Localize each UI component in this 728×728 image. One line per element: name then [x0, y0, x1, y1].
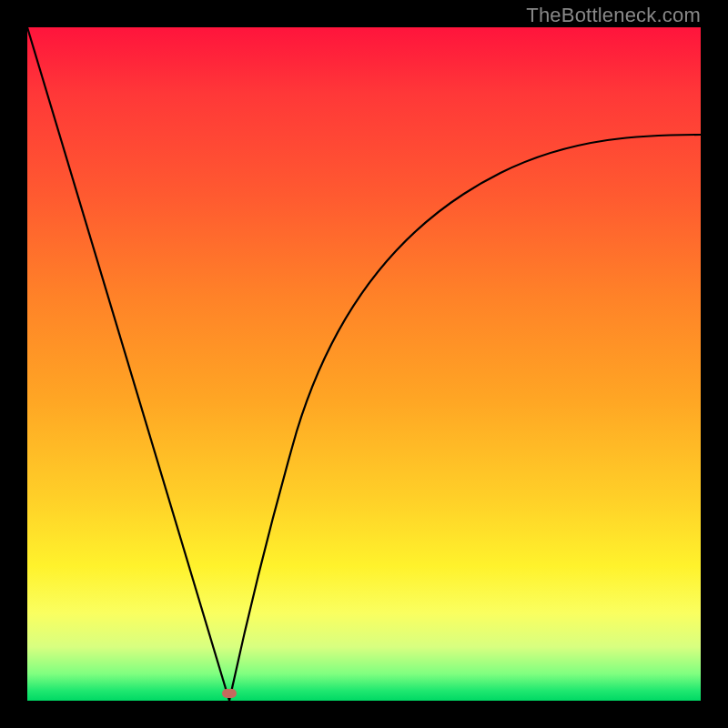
curve-left-branch	[27, 27, 229, 701]
chart-frame: TheBottleneck.com	[0, 0, 728, 728]
plot-area	[27, 27, 701, 701]
watermark-text: TheBottleneck.com	[526, 4, 701, 27]
curve-right-branch	[229, 135, 701, 701]
minimum-marker	[222, 689, 237, 698]
bottleneck-curve	[27, 27, 701, 701]
